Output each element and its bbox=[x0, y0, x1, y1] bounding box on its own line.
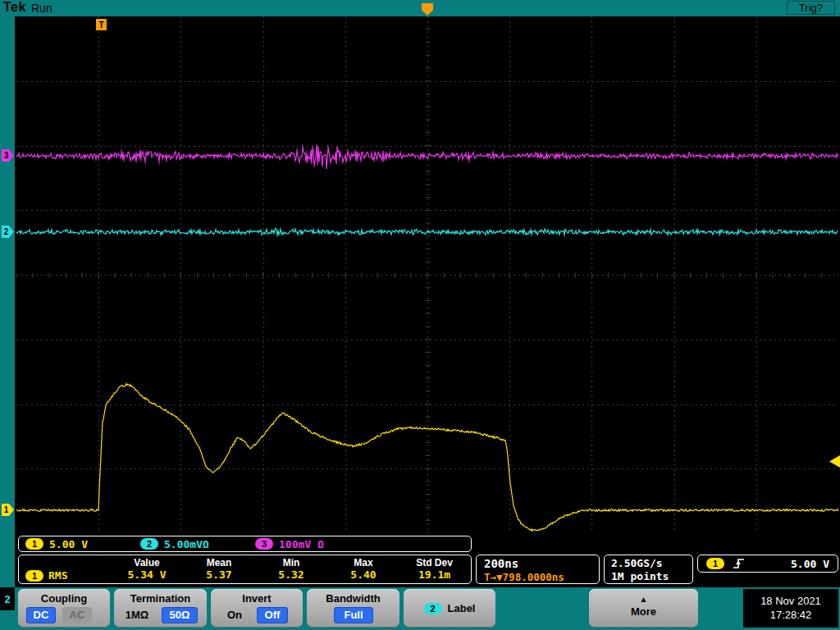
trigger-source-badge: 1 bbox=[706, 558, 724, 569]
ch2-position-marker[interactable]: 2 bbox=[2, 226, 14, 238]
measurement-table: Value Mean Min Max Std Dev 1 RMS 5.34 V … bbox=[18, 555, 472, 584]
measurement-mean: 5.37 bbox=[183, 568, 255, 582]
trigger-delay-value: 798.0000ns bbox=[503, 571, 564, 583]
invert-button[interactable]: Invert On Off bbox=[211, 589, 303, 628]
ch1-scale-value: 5.00 V bbox=[49, 538, 88, 550]
bandwidth-title: Bandwidth bbox=[307, 592, 399, 605]
invert-title: Invert bbox=[211, 592, 303, 605]
ch3-position-marker[interactable]: 3 bbox=[2, 149, 14, 162]
label-button-text: Label bbox=[448, 602, 476, 614]
invert-on-option[interactable]: On bbox=[221, 607, 249, 623]
ch1-scale-readout: 1 5.00 V bbox=[25, 538, 140, 550]
graticule-canvas bbox=[16, 16, 838, 533]
coupling-title: Coupling bbox=[18, 592, 110, 605]
ch2-scale-value: 5.00mVΩ bbox=[164, 538, 209, 550]
acquisition-status: Run bbox=[31, 2, 52, 15]
measurement-type: RMS bbox=[48, 569, 67, 582]
termination-50ohm-option[interactable]: 50Ω bbox=[162, 607, 198, 623]
col-header-value: Value bbox=[111, 555, 183, 568]
more-button-text: More bbox=[589, 605, 698, 618]
trigger-status-badge: Trig? bbox=[787, 1, 835, 15]
trigger-readout: 1 5.00 V bbox=[697, 555, 838, 573]
measurement-stddev: 19.1m bbox=[399, 568, 469, 582]
invert-off-option[interactable]: Off bbox=[257, 607, 288, 623]
ch3-scale-readout: 3 100mV Ω bbox=[255, 538, 370, 550]
ch2-scale-readout: 2 5.00mVΩ bbox=[140, 538, 255, 550]
col-header-max: Max bbox=[327, 555, 399, 568]
ch1-badge: 1 bbox=[25, 538, 43, 550]
datetime-display: 18 Nov 2021 17:28:42 bbox=[743, 589, 838, 628]
more-button[interactable]: ▲ More bbox=[589, 589, 698, 628]
col-header-min: Min bbox=[255, 555, 327, 568]
active-menu-channel-indicator: 2 bbox=[0, 587, 15, 610]
trigger-delay-readout: T→▼798.0000ns bbox=[484, 571, 599, 583]
trigger-level-value: 5.00 V bbox=[791, 558, 829, 570]
measurement-max: 5.40 bbox=[327, 568, 399, 582]
trigger-position-marker-icon[interactable] bbox=[422, 3, 433, 16]
termination-1mohm-option[interactable]: 1MΩ bbox=[119, 607, 155, 623]
coupling-button[interactable]: Coupling DC AC bbox=[18, 589, 110, 628]
waveform-display-area bbox=[15, 16, 840, 587]
scope-screen: Tek Run Trig? 3 2 1 T 1 5.00 V 2 5.00mVΩ… bbox=[0, 0, 840, 630]
tek-logo: Tek bbox=[3, 0, 26, 15]
record-length-value: 1M points bbox=[611, 570, 692, 583]
date-value: 18 Nov 2021 bbox=[743, 594, 838, 608]
termination-button[interactable]: Termination 1MΩ 50Ω bbox=[114, 589, 207, 628]
ch1-position-marker[interactable]: 1 bbox=[2, 504, 14, 516]
timebase-value: 200ns bbox=[484, 557, 599, 570]
bandwidth-full-option[interactable]: Full bbox=[334, 607, 373, 623]
measurement-value: 5.34 V bbox=[111, 568, 183, 582]
horizontal-readout: 200ns T→▼798.0000ns bbox=[476, 555, 600, 584]
acquisition-readout: 2.50GS/s 1M points bbox=[604, 555, 693, 584]
termination-title: Termination bbox=[114, 592, 207, 605]
ch3-scale-value: 100mV Ω bbox=[279, 538, 324, 550]
col-header-mean: Mean bbox=[183, 555, 255, 568]
coupling-dc-option[interactable]: DC bbox=[26, 607, 56, 623]
trigger-delay-icon: T→▼ bbox=[484, 571, 503, 583]
ch3-badge: 3 bbox=[255, 538, 273, 550]
col-header-stddev: Std Dev bbox=[399, 555, 469, 568]
measurement-source: 1 RMS bbox=[19, 568, 111, 582]
channel-scale-readouts: 1 5.00 V 2 5.00mVΩ 3 100mV Ω bbox=[18, 536, 472, 552]
measurement-min: 5.32 bbox=[255, 568, 327, 582]
ch2-badge: 2 bbox=[140, 538, 158, 550]
sample-rate-value: 2.50GS/s bbox=[611, 557, 692, 570]
time-value: 17:28:42 bbox=[743, 608, 838, 622]
coupling-ac-option[interactable]: AC bbox=[62, 607, 92, 623]
bandwidth-button[interactable]: Bandwidth Full bbox=[307, 589, 399, 628]
label-channel-badge: 2 bbox=[424, 603, 442, 614]
more-up-arrow-icon: ▲ bbox=[589, 595, 698, 604]
trigger-point-flag: T bbox=[96, 19, 107, 30]
measurement-source-badge: 1 bbox=[25, 570, 43, 582]
rising-edge-icon bbox=[733, 558, 745, 569]
label-button[interactable]: 2 Label bbox=[404, 589, 495, 628]
